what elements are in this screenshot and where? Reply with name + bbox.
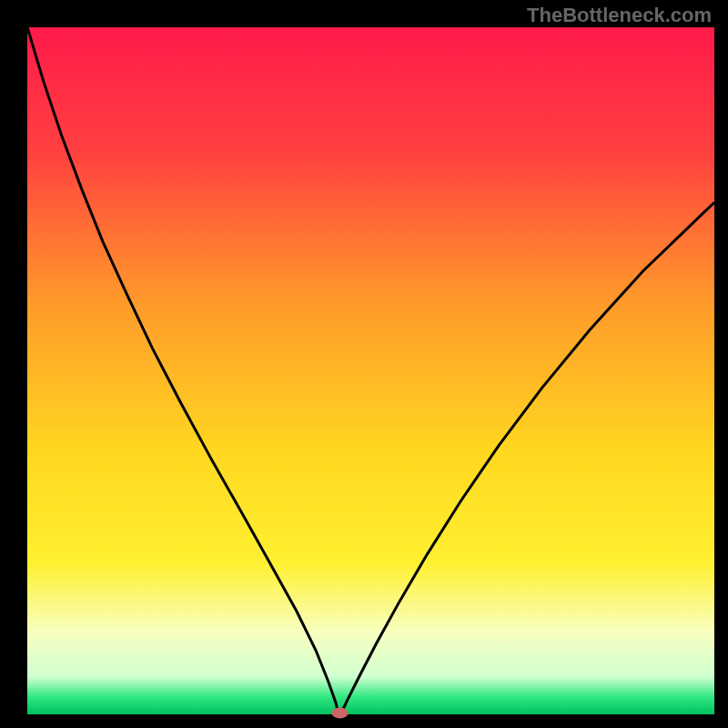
chart-gradient-bg	[27, 27, 714, 714]
optimal-point-marker	[332, 707, 349, 718]
bottleneck-chart	[0, 0, 728, 728]
watermark-text: TheBottleneck.com	[527, 4, 712, 27]
chart-container: TheBottleneck.com	[0, 0, 728, 728]
